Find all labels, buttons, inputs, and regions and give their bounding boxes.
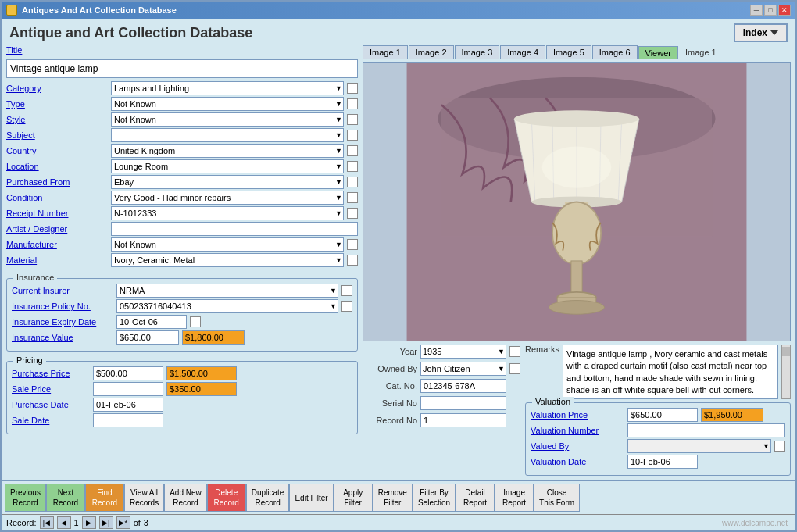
field-label-10[interactable]: Manufacturer bbox=[6, 240, 108, 249]
add-new-record-button[interactable]: Add New Record bbox=[164, 484, 207, 512]
checkbox-11[interactable] bbox=[347, 255, 358, 266]
insurer-label[interactable]: Current Insurer bbox=[12, 286, 113, 295]
field-label-5[interactable]: Location bbox=[6, 162, 108, 171]
insurer-checkbox[interactable] bbox=[341, 285, 352, 296]
field-label-9[interactable]: Artist / Designer bbox=[6, 224, 108, 234]
expiry-label[interactable]: Insurance Expiry Date bbox=[12, 317, 113, 327]
policy-label[interactable]: Insurance Policy No. bbox=[12, 302, 113, 311]
val-number-label[interactable]: Valuation Number bbox=[531, 426, 624, 435]
index-button[interactable]: Index bbox=[734, 23, 788, 42]
next-record-button[interactable]: Next Record bbox=[46, 484, 85, 512]
duplicate-record-button[interactable]: Duplicate Record bbox=[246, 484, 290, 512]
price-label-1[interactable]: Sale Price bbox=[12, 384, 90, 394]
tab-image6[interactable]: Image 6 bbox=[592, 45, 638, 59]
select-4[interactable]: United Kingdom bbox=[111, 144, 344, 158]
expiry-input[interactable] bbox=[116, 315, 187, 329]
field-label-3[interactable]: Subject bbox=[6, 130, 108, 140]
val-date-label[interactable]: Valuation Date bbox=[531, 457, 624, 466]
select-1[interactable]: Not Known bbox=[111, 97, 344, 111]
field-label-6[interactable]: Purchased From bbox=[6, 177, 108, 187]
field-label-7[interactable]: Condition bbox=[6, 193, 108, 202]
image-report-button[interactable]: Image Report bbox=[495, 484, 534, 512]
price-input2-1[interactable] bbox=[166, 382, 237, 396]
price-input1-0[interactable] bbox=[93, 366, 163, 380]
policy-checkbox[interactable] bbox=[341, 301, 352, 312]
checkbox-6[interactable] bbox=[347, 177, 358, 187]
tab-image2[interactable]: Image 2 bbox=[409, 45, 454, 59]
val-date-input[interactable] bbox=[627, 455, 698, 469]
select-7[interactable]: Very Good - Had minor repairs bbox=[111, 191, 344, 205]
serial-no-input[interactable] bbox=[420, 396, 506, 410]
val-price-label[interactable]: Valuation Price bbox=[531, 410, 624, 420]
checkbox-10[interactable] bbox=[347, 239, 358, 250]
checkbox-1[interactable] bbox=[347, 98, 358, 109]
checkbox-0[interactable] bbox=[347, 83, 358, 94]
select-0[interactable]: Lamps and Lighting bbox=[111, 81, 344, 95]
val-price-input2[interactable] bbox=[701, 408, 763, 422]
field-label-1[interactable]: Type bbox=[6, 99, 108, 109]
checkbox-4[interactable] bbox=[347, 145, 358, 156]
select-6[interactable]: Ebay bbox=[111, 175, 344, 189]
val-by-select[interactable] bbox=[627, 439, 771, 453]
insurer-select[interactable]: NRMA bbox=[116, 284, 338, 298]
policy-select[interactable]: 050233716040413 bbox=[116, 299, 338, 313]
price-label-3[interactable]: Sale Date bbox=[12, 416, 90, 425]
ins-value-label[interactable]: Insurance Value bbox=[12, 333, 113, 342]
tab-image1[interactable]: Image 1 bbox=[363, 45, 408, 59]
edit-filter-button[interactable]: Edit Filter bbox=[289, 484, 333, 512]
nav-next-button[interactable]: ▶ bbox=[82, 516, 96, 529]
price-input1-2[interactable] bbox=[93, 398, 163, 412]
select-11[interactable]: Ivory, Ceramic, Metal bbox=[111, 253, 344, 267]
nav-first-button[interactable]: |◀ bbox=[40, 516, 54, 529]
field-label-0[interactable]: Category bbox=[6, 84, 108, 93]
select-3[interactable] bbox=[111, 128, 344, 142]
val-price-input1[interactable] bbox=[627, 408, 698, 422]
select-10[interactable]: Not Known bbox=[111, 237, 344, 252]
price-label-0[interactable]: Purchase Price bbox=[12, 369, 90, 378]
select-2[interactable]: Not Known bbox=[111, 112, 344, 127]
title-field-label[interactable]: Title bbox=[6, 45, 108, 55]
input-9[interactable] bbox=[111, 222, 358, 236]
expiry-checkbox[interactable] bbox=[190, 316, 201, 327]
remarks-scrollbar[interactable] bbox=[781, 345, 791, 399]
delete-record-button[interactable]: Delete Record bbox=[207, 484, 246, 512]
field-label-2[interactable]: Style bbox=[6, 115, 108, 124]
tab-image3[interactable]: Image 3 bbox=[455, 45, 500, 59]
owned-checkbox[interactable] bbox=[509, 363, 520, 374]
find-record-button[interactable]: Find Record bbox=[85, 484, 124, 512]
filter-by-selection-button[interactable]: Filter By Selection bbox=[413, 484, 456, 512]
close-form-button[interactable]: Close This Form bbox=[534, 484, 580, 512]
title-input[interactable] bbox=[6, 59, 358, 78]
year-checkbox[interactable] bbox=[509, 346, 520, 357]
minimize-button[interactable]: ─ bbox=[750, 5, 763, 16]
tab-viewer[interactable]: Viewer bbox=[638, 46, 678, 59]
prev-record-button[interactable]: Previous Record bbox=[5, 484, 46, 512]
field-label-11[interactable]: Material bbox=[6, 255, 108, 265]
view-all-records-button[interactable]: View All Records bbox=[124, 484, 164, 512]
val-by-checkbox[interactable] bbox=[774, 441, 785, 452]
field-label-8[interactable]: Receipt Number bbox=[6, 209, 108, 218]
cat-no-input[interactable] bbox=[420, 379, 506, 393]
checkbox-5[interactable] bbox=[347, 161, 358, 172]
close-window-button[interactable]: ✕ bbox=[778, 5, 791, 16]
checkbox-7[interactable] bbox=[347, 192, 358, 203]
select-5[interactable]: Lounge Room bbox=[111, 159, 344, 173]
checkbox-8[interactable] bbox=[347, 208, 358, 219]
field-label-4[interactable]: Country bbox=[6, 146, 108, 155]
checkbox-2[interactable] bbox=[347, 114, 358, 125]
ins-value-input1[interactable] bbox=[116, 330, 179, 345]
ins-value-input2[interactable] bbox=[182, 330, 245, 345]
checkbox-3[interactable] bbox=[347, 130, 358, 141]
tab-image4[interactable]: Image 4 bbox=[500, 45, 545, 59]
price-input1-3[interactable] bbox=[93, 413, 163, 427]
record-no-input[interactable] bbox=[420, 413, 506, 427]
maximize-button[interactable]: □ bbox=[764, 5, 777, 16]
owned-by-select[interactable]: John Citizen bbox=[420, 362, 506, 376]
tab-image5[interactable]: Image 5 bbox=[546, 45, 591, 59]
val-number-input[interactable] bbox=[627, 423, 785, 437]
year-select[interactable]: 1935 bbox=[420, 345, 506, 359]
nav-last-button[interactable]: ▶| bbox=[99, 516, 113, 529]
price-label-2[interactable]: Purchase Date bbox=[12, 400, 90, 409]
apply-filter-button[interactable]: Apply Filter bbox=[334, 484, 373, 512]
val-by-label[interactable]: Valued By bbox=[531, 441, 624, 451]
